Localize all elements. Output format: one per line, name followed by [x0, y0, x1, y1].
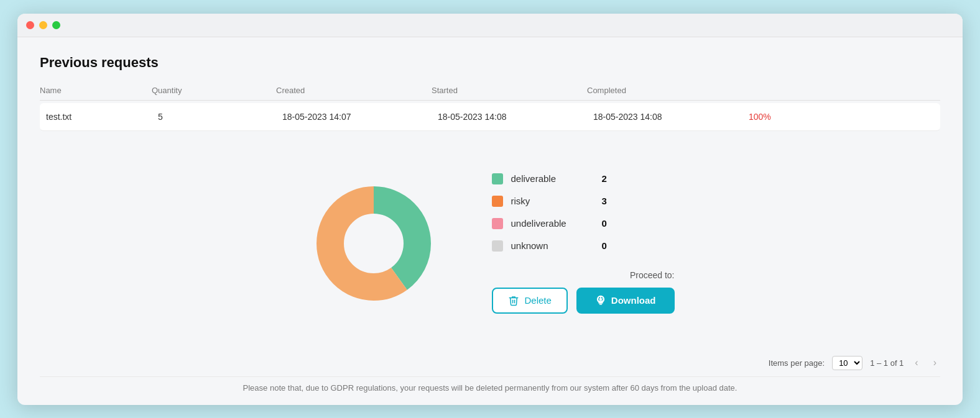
right-panel: deliverable 2 risky 3 undeliverable 0 [492, 173, 674, 314]
minimize-button[interactable] [39, 21, 47, 29]
download-icon [595, 295, 606, 306]
cell-name: test.txt [46, 112, 158, 122]
col-completed: Completed [587, 86, 742, 95]
items-per-page-label: Items per page: [769, 358, 825, 368]
legend-item-unknown: unknown 0 [492, 240, 616, 252]
donut-svg [305, 175, 442, 312]
legend-item-undeliverable: undeliverable 0 [492, 218, 616, 229]
actions-area: Proceed to: Delete [492, 270, 674, 314]
table-header: Name Quantity Created Started Completed [40, 86, 940, 101]
page-info: 1 – 1 of 1 [870, 358, 904, 368]
col-quantity: Quantity [152, 86, 276, 95]
maximize-button[interactable] [52, 21, 60, 29]
legend-label-risky: risky [511, 196, 594, 206]
close-button[interactable] [26, 21, 34, 29]
legend-color-deliverable [492, 173, 503, 184]
table-row: test.txt 5 18-05-2023 14:07 18-05-2023 1… [40, 103, 940, 131]
col-started: Started [432, 86, 587, 95]
legend-count-risky: 3 [601, 196, 616, 206]
main-content: Previous requests Name Quantity Created … [17, 37, 963, 405]
legend-label-undeliverable: undeliverable [511, 218, 594, 229]
cell-quantity: 5 [158, 112, 282, 122]
download-label: Download [611, 295, 656, 306]
legend-color-undeliverable [492, 218, 503, 229]
requests-table: Name Quantity Created Started Completed … [40, 86, 940, 131]
trash-icon [508, 295, 519, 306]
col-created: Created [276, 86, 432, 95]
legend-item-risky: risky 3 [492, 196, 616, 207]
cell-completed: 18-05-2023 14:08 [593, 112, 749, 122]
donut-hole [346, 216, 401, 271]
legend-label-unknown: unknown [511, 240, 594, 251]
legend-color-unknown [492, 240, 503, 252]
cell-started: 18-05-2023 14:08 [438, 112, 593, 122]
next-page-button[interactable]: › [930, 356, 940, 370]
items-per-page-select[interactable]: 10 25 50 [832, 356, 862, 370]
legend-count-unknown: 0 [601, 240, 616, 251]
legend-count-deliverable: 2 [601, 173, 616, 184]
pagination-bar: Items per page: 10 25 50 1 – 1 of 1 ‹ › [40, 350, 940, 374]
chart-legend: deliverable 2 risky 3 undeliverable 0 [492, 173, 616, 252]
legend-label-deliverable: deliverable [511, 173, 594, 184]
chart-section: deliverable 2 risky 3 undeliverable 0 [40, 137, 940, 350]
download-button[interactable]: Download [576, 288, 675, 314]
cell-percent: 100% [749, 112, 940, 122]
footer-note: Please note that, due to GDPR regulation… [40, 376, 940, 395]
legend-item-deliverable: deliverable 2 [492, 173, 616, 184]
app-window: Previous requests Name Quantity Created … [17, 14, 963, 405]
page-title: Previous requests [40, 55, 940, 71]
donut-chart [305, 175, 442, 312]
cell-created: 18-05-2023 14:07 [282, 112, 438, 122]
col-name: Name [40, 86, 152, 95]
buttons-row: Delete Download [492, 288, 674, 314]
col-percent [742, 86, 940, 95]
titlebar [17, 14, 963, 37]
delete-button[interactable]: Delete [492, 288, 567, 314]
legend-count-undeliverable: 0 [601, 218, 616, 229]
proceed-label: Proceed to: [630, 270, 675, 280]
prev-page-button[interactable]: ‹ [911, 356, 922, 370]
legend-color-risky [492, 196, 503, 207]
delete-label: Delete [524, 295, 551, 306]
